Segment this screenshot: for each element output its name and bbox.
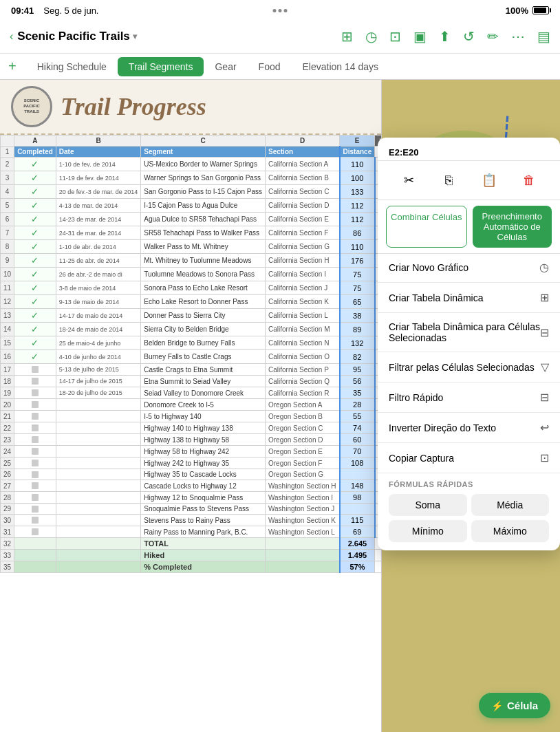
cell-segment-17[interactable]: Castle Crags to Etna Summit xyxy=(141,364,266,376)
cell-segment-20[interactable]: Donomore Creek to I-5 xyxy=(141,399,266,411)
cell-section-5[interactable]: California Section D xyxy=(265,199,339,213)
cell-segment-8[interactable]: Walker Pass to Mt. Whitney xyxy=(141,240,266,254)
cell-date-22[interactable] xyxy=(56,422,140,434)
cell-section-8[interactable]: California Section G xyxy=(265,240,339,254)
table-row[interactable]: 10 ✓ 26 de abr.-2 de maio di Tuolumne Me… xyxy=(1,268,382,281)
cell-completed-11[interactable]: ✓ xyxy=(14,281,56,295)
cell-segment-29[interactable]: Snoqualmie Pass to Stevens Pass xyxy=(141,504,266,515)
cell-completed-17[interactable] xyxy=(14,364,56,376)
cell-segment-31[interactable]: Rainy Pass to Manning Park, B.C. xyxy=(141,526,266,538)
cell-completed-6[interactable]: ✓ xyxy=(14,213,56,226)
table-row[interactable]: 4 ✓ 20 de fev.-3 de mar. de 2014 San Gor… xyxy=(1,185,382,199)
table-row[interactable]: 26 Highway 35 to Cascade Locks Oregon Se… xyxy=(1,469,382,480)
menu-item-tabela-dinamica[interactable]: Criar Tabela Dinâmica ⊞ xyxy=(378,284,560,311)
cell-completed-28[interactable] xyxy=(14,492,56,504)
table-row[interactable]: 23 Highway 138 to Highway 58 Oregon Sect… xyxy=(1,434,382,446)
cell-date-6[interactable]: 14-23 de mar. de 2014 xyxy=(56,213,140,226)
menu-item-inverter[interactable]: Inverter Direção do Texto ↩ xyxy=(378,414,560,441)
cell-segment-9[interactable]: Mt. Whitney to Tuolumne Meadows xyxy=(141,254,266,268)
table-row[interactable]: 5 ✓ 4-13 de mar. de 2014 I-15 Cajon Pass… xyxy=(1,199,382,213)
table-row[interactable]: 21 I-5 to Highway 140 Oregon Section B 5… xyxy=(1,411,382,422)
cell-distance-16[interactable]: 82 xyxy=(340,350,375,364)
cell-section-24[interactable]: Oregon Section E xyxy=(265,446,339,458)
cell-distance-21[interactable]: 55 xyxy=(340,411,375,422)
pencil-icon[interactable]: ✏ xyxy=(487,28,499,45)
cut-button[interactable]: ✂ xyxy=(395,168,422,193)
cell-completed-26[interactable] xyxy=(14,469,56,480)
col-e-header[interactable]: E xyxy=(340,136,375,147)
cell-completed-3[interactable]: ✓ xyxy=(14,171,56,185)
cell-segment-30[interactable]: Stevens Pass to Rainy Pass xyxy=(141,515,266,526)
image-icon[interactable]: ▣ xyxy=(413,28,427,45)
cell-distance-31[interactable]: 69 xyxy=(340,526,375,538)
menu-item-filtrar-celulas[interactable]: Filtrar pelas Células Selecionadas ▽ xyxy=(378,354,560,380)
cell-completed-15[interactable]: ✓ xyxy=(14,336,56,350)
cell-section-28[interactable]: Washington Section I xyxy=(265,492,339,504)
table-row[interactable]: 19 18-20 de julho de 2015 Seiad Valley t… xyxy=(1,387,382,399)
cell-section-21[interactable]: Oregon Section B xyxy=(265,411,339,422)
cell-segment-27[interactable]: Cascade Locks to Highway 12 xyxy=(141,480,266,492)
cell-date-19[interactable]: 18-20 de julho de 2015 xyxy=(56,387,140,399)
col-b-header[interactable]: B xyxy=(56,136,140,147)
sidebar-icon[interactable]: ▤ xyxy=(537,28,550,45)
cell-date-26[interactable] xyxy=(56,469,140,480)
cell-distance-26[interactable] xyxy=(340,469,375,480)
cell-completed-27[interactable] xyxy=(14,480,56,492)
cell-date-12[interactable]: 9-13 de maio de 2014 xyxy=(56,295,140,309)
table-row[interactable]: 14 ✓ 18-24 de maio de 2014 Sierra City t… xyxy=(1,323,382,336)
cell-completed-4[interactable]: ✓ xyxy=(14,185,56,199)
cell-segment-21[interactable]: I-5 to Highway 140 xyxy=(141,411,266,422)
cell-section-26[interactable]: Oregon Section G xyxy=(265,469,339,480)
paste-button[interactable]: 📋 xyxy=(475,168,503,193)
table-row[interactable]: 28 Highway 12 to Snoqualmie Pass Washing… xyxy=(1,492,382,504)
col-d-header[interactable]: D xyxy=(265,136,339,147)
table-row[interactable]: 22 Highway 140 to Highway 138 Oregon Sec… xyxy=(1,422,382,434)
cell-segment-28[interactable]: Highway 12 to Snoqualmie Pass xyxy=(141,492,266,504)
menu-item-copiar-captura[interactable]: Copiar Captura ⊡ xyxy=(378,444,560,471)
cell-distance-18[interactable]: 56 xyxy=(340,376,375,387)
cell-segment-26[interactable]: Highway 35 to Cascade Locks xyxy=(141,469,266,480)
cell-distance-5[interactable]: 112 xyxy=(340,199,375,213)
celula-fab-button[interactable]: ⚡ Célula xyxy=(479,693,550,718)
cell-segment-16[interactable]: Burney Falls to Castle Crags xyxy=(141,350,266,364)
table-row[interactable]: 30 Stevens Pass to Rainy Pass Washington… xyxy=(1,515,382,526)
cell-section-14[interactable]: California Section M xyxy=(265,323,339,336)
share-icon[interactable]: ⬆ xyxy=(439,28,451,45)
table-row[interactable]: 2 ✓ 1-10 de fev. de 2014 US-Mexico Borde… xyxy=(1,158,382,171)
cell-date-13[interactable]: 14-17 de maio de 2014 xyxy=(56,309,140,323)
cell-distance-4[interactable]: 133 xyxy=(340,185,375,199)
cell-distance-15[interactable]: 132 xyxy=(340,336,375,350)
cell-date-27[interactable] xyxy=(56,480,140,492)
cell-section-13[interactable]: California Section L xyxy=(265,309,339,323)
table-row[interactable]: 6 ✓ 14-23 de mar. de 2014 Agua Dulce to … xyxy=(1,213,382,226)
cell-completed-14[interactable]: ✓ xyxy=(14,323,56,336)
cell-section-4[interactable]: California Section C xyxy=(265,185,339,199)
cell-section-3[interactable]: California Section B xyxy=(265,171,339,185)
cell-segment-10[interactable]: Tuolumne Meadows to Sonora Pass xyxy=(141,268,266,281)
cell-segment-2[interactable]: US-Mexico Border to Warner Springs xyxy=(141,158,266,171)
table-row[interactable]: 11 ✓ 3-8 de maio de 2014 Sonora Pass to … xyxy=(1,281,382,295)
cell-date-25[interactable] xyxy=(56,458,140,469)
cell-completed-30[interactable] xyxy=(14,515,56,526)
cell-completed-24[interactable] xyxy=(14,446,56,458)
cell-completed-25[interactable] xyxy=(14,458,56,469)
cell-distance-19[interactable]: 35 xyxy=(340,387,375,399)
grid-wrapper[interactable]: A B C D E ⏸ 1 Completed Date Segment Sec… xyxy=(0,135,381,732)
table-row[interactable]: 12 ✓ 9-13 de maio de 2014 Echo Lake Reso… xyxy=(1,295,382,309)
table-row[interactable]: 20 Donomore Creek to I-5 Oregon Section … xyxy=(1,399,382,411)
cell-section-18[interactable]: California Section Q xyxy=(265,376,339,387)
cell-section-19[interactable]: California Section R xyxy=(265,387,339,399)
cell-distance-11[interactable]: 75 xyxy=(340,281,375,295)
cell-distance-24[interactable]: 70 xyxy=(340,446,375,458)
cell-completed-31[interactable] xyxy=(14,526,56,538)
cell-distance-20[interactable]: 28 xyxy=(340,399,375,411)
cell-segment-18[interactable]: Etna Summit to Seiad Valley xyxy=(141,376,266,387)
cell-date-11[interactable]: 3-8 de maio de 2014 xyxy=(56,281,140,295)
cell-date-8[interactable]: 1-10 de abr. de 2014 xyxy=(56,240,140,254)
tab-elevation[interactable]: Elevation 14 days xyxy=(292,57,390,76)
cell-distance-13[interactable]: 38 xyxy=(340,309,375,323)
cell-completed-19[interactable] xyxy=(14,387,56,399)
cell-section-20[interactable]: Oregon Section A xyxy=(265,399,339,411)
cell-segment-12[interactable]: Echo Lake Resort to Donner Pass xyxy=(141,295,266,309)
cell-distance-12[interactable]: 65 xyxy=(340,295,375,309)
